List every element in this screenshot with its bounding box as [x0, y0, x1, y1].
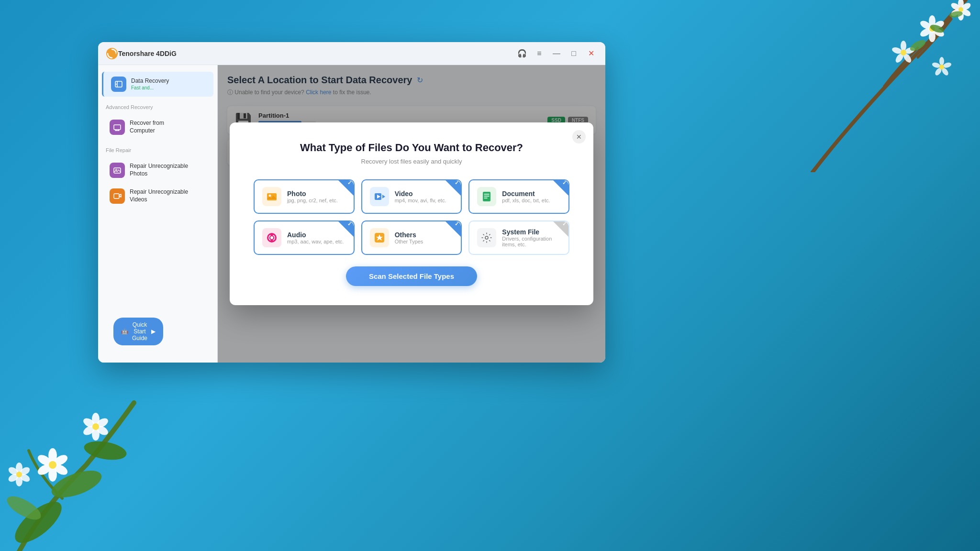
- audio-ext: mp3, aac, wav, ape, etc.: [287, 239, 344, 244]
- svg-point-14: [958, 0, 964, 8]
- file-type-card-others[interactable]: Others Other Types: [361, 220, 462, 255]
- document-icon: [477, 187, 496, 206]
- repair-photos-icon: [110, 163, 125, 178]
- svg-point-8: [901, 41, 906, 51]
- svg-point-33: [3, 492, 44, 524]
- robot-icon: 🤖: [121, 328, 128, 335]
- svg-point-41: [92, 413, 100, 425]
- others-icon: [370, 228, 389, 247]
- svg-point-61: [116, 169, 117, 171]
- menu-button[interactable]: ≡: [533, 47, 546, 60]
- svg-point-32: [83, 438, 128, 463]
- recover-computer-label2: Computer: [130, 127, 164, 135]
- repair-videos-label2: Videos: [130, 196, 188, 204]
- svg-point-35: [53, 453, 69, 468]
- photo-ext: jpg, png, cr2, nef, etc.: [287, 198, 338, 203]
- sidebar-item-data-recovery[interactable]: Data Recovery Fast and...: [102, 72, 213, 97]
- file-type-card-audio[interactable]: Audio mp3, aac, wav, ape, etc.: [254, 220, 355, 255]
- file-type-grid: Photo jpg, png, cr2, nef, etc.: [254, 179, 569, 255]
- data-recovery-sub: Fast and...: [131, 85, 169, 91]
- file-type-card-video[interactable]: Video mp4, mov, avi, flv, etc.: [361, 179, 462, 214]
- svg-rect-59: [114, 125, 121, 130]
- sidebar-item-repair-photos[interactable]: Repair Unrecognizable Photos: [102, 158, 213, 183]
- svg-point-54: [16, 472, 22, 477]
- video-checkmark: [445, 180, 461, 196]
- photo-checkmark: [338, 180, 354, 196]
- title-bar: Tenorshare 4DDiG 🎧 ≡ — □ ✕: [98, 42, 605, 65]
- document-text: Document pdf, xls, doc, txt, etc.: [502, 190, 550, 203]
- svg-point-16: [961, 8, 972, 17]
- others-name: Others: [395, 231, 423, 239]
- svg-point-31: [48, 465, 105, 503]
- audio-checkmark: [338, 221, 354, 237]
- video-icon: [370, 187, 389, 206]
- modal-title: What Type of Files Do You Want to Recove…: [254, 142, 569, 154]
- repair-photos-label2: Photos: [130, 170, 188, 178]
- app-logo-icon: [106, 47, 118, 60]
- app-window: Tenorshare 4DDiG 🎧 ≡ — □ ✕ Data Re: [98, 42, 605, 363]
- svg-point-5: [919, 27, 932, 38]
- svg-point-50: [19, 472, 31, 483]
- svg-point-51: [16, 476, 22, 486]
- app-title: Tenorshare 4DDiG: [118, 50, 515, 57]
- photo-icon: [262, 187, 281, 206]
- minimize-button[interactable]: —: [550, 47, 563, 60]
- others-text: Others Other Types: [395, 231, 423, 244]
- window-controls: 🎧 ≡ — □ ✕: [515, 47, 598, 60]
- others-ext: Other Types: [395, 239, 423, 244]
- svg-point-36: [53, 463, 69, 477]
- file-repair-section-label: File Repair: [98, 143, 217, 157]
- svg-point-0: [928, 25, 936, 33]
- svg-point-44: [92, 428, 100, 441]
- document-checkmark: [553, 180, 568, 196]
- file-type-card-photo[interactable]: Photo jpg, png, cr2, nef, etc.: [254, 179, 355, 214]
- close-button[interactable]: ✕: [584, 47, 598, 60]
- recover-computer-text: Recover from Computer: [130, 120, 164, 134]
- svg-point-23: [941, 66, 950, 76]
- svg-point-15: [961, 1, 972, 11]
- repair-videos-label: Repair Unrecognizable: [130, 188, 188, 196]
- modal-overlay[interactable]: ✕ What Type of Files Do You Want to Reco…: [218, 65, 605, 363]
- svg-point-27: [908, 38, 927, 53]
- sidebar-item-repair-videos[interactable]: Repair Unrecognizable Videos: [102, 184, 213, 209]
- svg-rect-62: [114, 194, 119, 198]
- file-type-card-system[interactable]: System File Drivers, configuration items…: [468, 220, 569, 255]
- others-checkmark: [445, 221, 461, 237]
- svg-point-58: [116, 84, 117, 85]
- svg-marker-66: [382, 195, 385, 198]
- svg-point-39: [36, 453, 53, 468]
- system-text: System File Drivers, configuration items…: [502, 228, 561, 247]
- svg-point-47: [92, 423, 99, 430]
- svg-point-29: [949, 11, 963, 19]
- repair-photos-label: Repair Unrecognizable: [130, 163, 188, 170]
- svg-point-22: [942, 62, 952, 69]
- svg-point-42: [95, 417, 110, 430]
- svg-point-52: [7, 472, 20, 483]
- svg-point-3: [932, 27, 946, 38]
- system-name: System File: [502, 228, 561, 236]
- svg-point-30: [9, 495, 68, 550]
- video-name: Video: [395, 190, 446, 198]
- svg-point-38: [36, 463, 53, 477]
- svg-point-11: [894, 52, 905, 64]
- svg-point-37: [48, 467, 57, 482]
- svg-point-9: [904, 46, 916, 55]
- maximize-button[interactable]: □: [567, 47, 580, 60]
- audio-text: Audio mp3, aac, wav, ape, etc.: [287, 231, 344, 244]
- svg-point-53: [7, 465, 20, 476]
- svg-point-2: [932, 19, 946, 31]
- svg-point-6: [919, 19, 932, 31]
- headset-button[interactable]: 🎧: [515, 47, 529, 60]
- svg-point-28: [929, 23, 945, 34]
- sidebar-item-recover-computer[interactable]: Recover from Computer: [102, 115, 213, 140]
- svg-point-34: [48, 448, 57, 463]
- svg-rect-63: [267, 193, 277, 200]
- svg-point-73: [485, 236, 488, 239]
- recover-computer-icon: [110, 120, 125, 135]
- file-type-card-document[interactable]: Document pdf, xls, doc, txt, etc.: [468, 179, 569, 214]
- scan-button[interactable]: Scan Selected File Types: [346, 266, 477, 286]
- document-ext: pdf, xls, doc, txt, etc.: [502, 198, 550, 203]
- modal-close-button[interactable]: ✕: [572, 130, 586, 143]
- svg-point-13: [901, 50, 906, 55]
- quick-start-button[interactable]: 🤖 Quick Start Guide ▶: [113, 318, 163, 345]
